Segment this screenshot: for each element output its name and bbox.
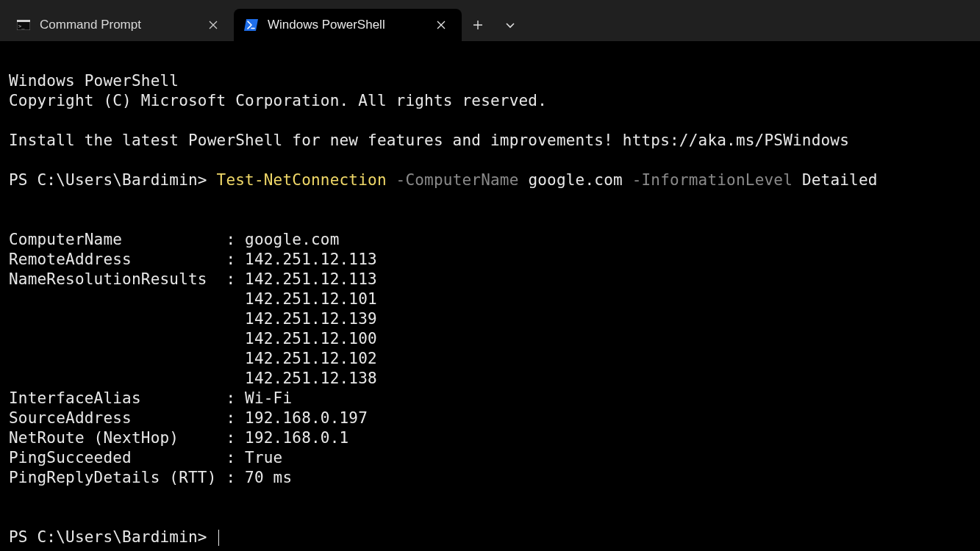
close-icon[interactable]	[431, 15, 451, 35]
out-row: NameResolutionResults : 142.251.12.113	[9, 270, 377, 288]
out-row: 142.251.12.100	[9, 330, 377, 347]
out-row: 142.251.12.138	[9, 370, 377, 387]
out-row: 142.251.12.139	[9, 310, 377, 328]
powershell-icon	[244, 18, 259, 32]
tab-command-prompt[interactable]: >_ Command Prompt	[6, 9, 234, 41]
param-flag: -InformationLevel	[632, 171, 793, 189]
title-bar: >_ Command Prompt Windows PowerShell	[0, 0, 980, 41]
cmd-icon: >_	[16, 18, 31, 32]
out-row: RemoteAddress : 142.251.12.113	[9, 251, 377, 268]
banner-line: Install the latest PowerShell for new fe…	[9, 132, 849, 149]
banner-line: Windows PowerShell	[9, 72, 179, 90]
param-value: Detailed	[802, 171, 878, 189]
svg-text:>_: >_	[18, 24, 25, 29]
out-row: SourceAddress : 192.168.0.197	[9, 409, 368, 427]
close-icon[interactable]	[203, 15, 223, 35]
prompt-line: PS C:\Users\Bardimin> Test-NetConnection…	[9, 171, 878, 189]
tab-label: Windows PowerShell	[268, 18, 422, 32]
out-row: PingSucceeded : True	[9, 449, 282, 467]
new-tab-button[interactable]	[462, 11, 494, 39]
banner-line: Copyright (C) Microsoft Corporation. All…	[9, 92, 547, 109]
out-row: InterfaceAlias : Wi-Fi	[9, 389, 292, 407]
cursor	[218, 530, 219, 546]
out-row: NetRoute (NextHop) : 192.168.0.1	[9, 429, 348, 447]
tab-dropdown-button[interactable]	[494, 11, 526, 39]
svg-rect-1	[17, 20, 30, 22]
terminal-output[interactable]: Windows PowerShell Copyright (C) Microso…	[0, 41, 980, 550]
tab-label: Command Prompt	[40, 18, 194, 32]
tab-actions	[462, 9, 526, 41]
out-row: 142.251.12.102	[9, 350, 377, 367]
out-row: 142.251.12.101	[9, 290, 377, 308]
cmdlet: Test-NetConnection	[217, 171, 387, 189]
tab-powershell[interactable]: Windows PowerShell	[234, 9, 462, 41]
prompt-line: PS C:\Users\Bardimin>	[9, 528, 219, 546]
param-flag: -ComputerName	[396, 171, 519, 189]
param-value: google.com	[528, 171, 622, 189]
out-row: ComputerName : google.com	[9, 231, 340, 248]
out-row: PingReplyDetails (RTT) : 70 ms	[9, 469, 292, 486]
